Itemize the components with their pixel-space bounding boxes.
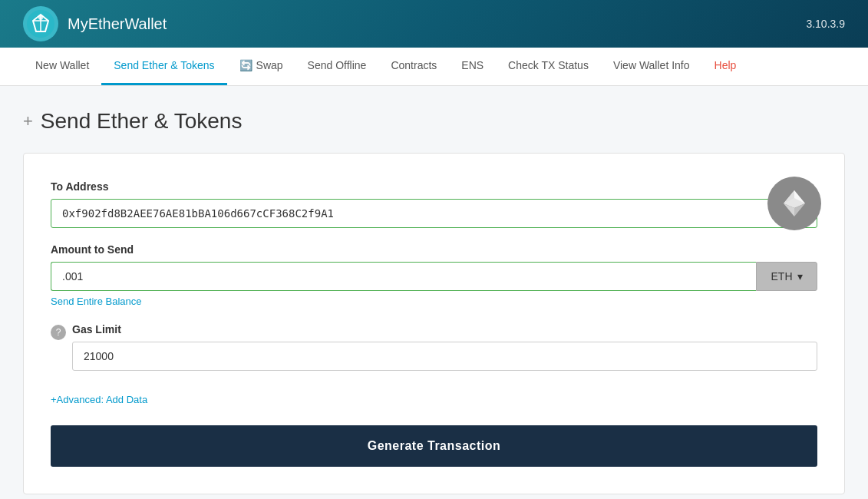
nav-send-offline[interactable]: Send Offline	[295, 48, 379, 85]
nav-new-wallet[interactable]: New Wallet	[23, 48, 101, 85]
main-nav: New Wallet Send Ether & Tokens 🔄 Swap Se…	[0, 48, 868, 86]
currency-label: ETH	[771, 270, 793, 283]
app-name: MyEtherWallet	[68, 15, 167, 33]
amount-input[interactable]	[51, 262, 756, 291]
ethereum-logo	[767, 177, 821, 230]
page-title-row: + Send Ether & Tokens	[23, 109, 845, 134]
gas-limit-label: Gas Limit	[72, 323, 817, 335]
nav-swap[interactable]: 🔄 Swap	[227, 48, 295, 85]
nav-send-ether-tokens[interactable]: Send Ether & Tokens	[101, 48, 226, 85]
generate-transaction-button[interactable]: Generate Transaction	[51, 425, 817, 467]
logo-area: MyEtherWallet	[23, 6, 167, 41]
nav-check-tx-status[interactable]: Check TX Status	[496, 48, 601, 85]
to-address-group: To Address	[51, 180, 817, 228]
gas-limit-row: ? Gas Limit	[51, 323, 817, 371]
send-entire-balance-link[interactable]: Send Entire Balance	[51, 296, 142, 307]
gas-input-wrap: Gas Limit	[72, 323, 817, 371]
amount-row: ETH ▾	[51, 262, 817, 291]
nav-help[interactable]: Help	[702, 48, 749, 85]
dropdown-arrow-icon: ▾	[797, 270, 803, 283]
version-number: 3.10.3.9	[806, 18, 845, 30]
svg-point-1	[38, 15, 43, 20]
amount-label: Amount to Send	[51, 243, 817, 256]
gas-help-icon[interactable]: ?	[51, 325, 66, 340]
nav-contracts[interactable]: Contracts	[378, 48, 449, 85]
logo-icon	[23, 6, 58, 41]
to-address-label: To Address	[51, 180, 817, 193]
swap-icon: 🔄	[239, 59, 252, 71]
main-content: + Send Ether & Tokens To Address Amount	[0, 86, 868, 499]
nav-view-wallet-info[interactable]: View Wallet Info	[601, 48, 702, 85]
to-address-input[interactable]	[51, 199, 817, 228]
app-header: MyEtherWallet 3.10.3.9	[0, 0, 868, 48]
plus-icon: +	[23, 111, 33, 131]
amount-group: Amount to Send ETH ▾ Send Entire Balance	[51, 243, 817, 308]
page-title: Send Ether & Tokens	[41, 109, 243, 134]
currency-dropdown[interactable]: ETH ▾	[756, 262, 817, 291]
send-form-card: To Address Amount to Send ETH ▾ Send Ent…	[23, 153, 845, 494]
advanced-link[interactable]: +Advanced: Add Data	[51, 394, 147, 405]
gas-limit-input[interactable]	[72, 342, 817, 371]
nav-ens[interactable]: ENS	[449, 48, 496, 85]
gas-limit-group: ? Gas Limit	[51, 323, 817, 371]
